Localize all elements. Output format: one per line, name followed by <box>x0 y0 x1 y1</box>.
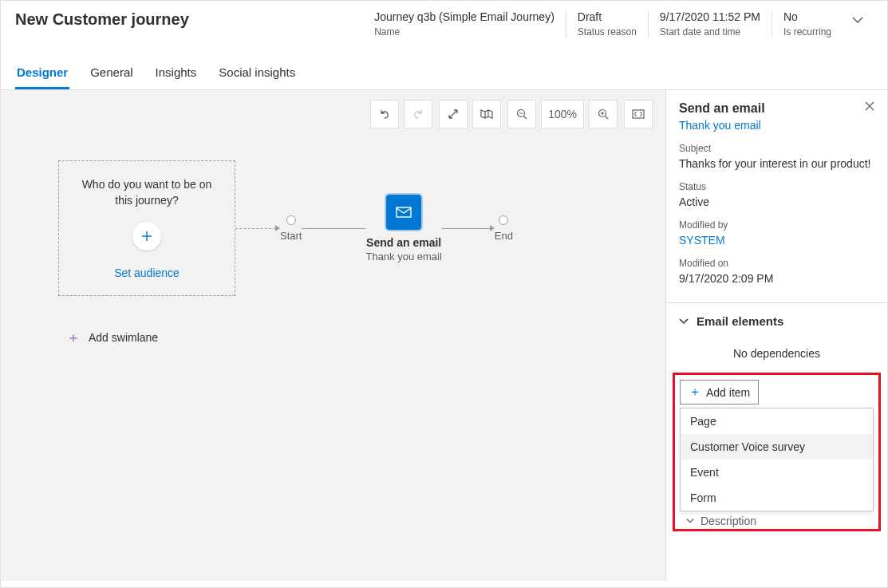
redo-button[interactable] <box>404 100 432 128</box>
meta-value: No <box>783 10 831 23</box>
start-node: Start <box>280 215 302 242</box>
add-item-button[interactable]: ＋ Add item <box>680 380 759 404</box>
end-node: End <box>495 215 513 242</box>
fit-icon <box>632 109 645 119</box>
no-dependencies-text: No dependencies <box>666 339 887 373</box>
meta-value: Journey q3b (Simple Email Journey) <box>374 10 555 23</box>
meta-status[interactable]: Draft Status reason <box>566 10 648 37</box>
meta-label: Is recurring <box>783 26 831 37</box>
close-panel-button[interactable] <box>865 101 874 111</box>
dropdown-item-customer-voice-survey[interactable]: Customer Voice survey <box>681 434 873 460</box>
meta-group: Journey q3b (Simple Email Journey) Name … <box>363 10 843 37</box>
email-node-subtitle: Thank you email <box>365 251 441 262</box>
field-label: Modified by <box>679 219 874 231</box>
svg-rect-2 <box>633 110 644 118</box>
email-icon <box>396 207 412 218</box>
plus-icon: ＋ <box>689 384 701 401</box>
meta-label: Name <box>374 26 555 37</box>
add-swimlane-button[interactable]: ＋ Add swimlane <box>66 328 656 347</box>
add-audience-button[interactable] <box>132 222 161 251</box>
tab-designer[interactable]: Designer <box>15 59 69 89</box>
fit-screen-button[interactable] <box>624 100 653 128</box>
description-section-header[interactable]: Description <box>680 511 874 527</box>
page-header: New Customer journey Journey q3b (Simple… <box>1 1 887 45</box>
panel-title: Send an email <box>679 101 765 116</box>
start-label: Start <box>280 230 302 242</box>
designer-canvas[interactable]: 100% Who do you want to be on this journ… <box>1 90 665 581</box>
plus-icon: ＋ <box>66 328 81 347</box>
journey-flow: Who do you want to be on this journey? S… <box>10 160 656 296</box>
meta-value: 9/17/2020 11:52 PM <box>660 10 760 23</box>
email-elements-section-header[interactable]: Email elements <box>666 303 887 339</box>
svg-rect-3 <box>397 207 411 217</box>
add-item-label: Add item <box>706 386 750 399</box>
redo-icon <box>412 108 424 120</box>
end-label: End <box>495 230 513 242</box>
add-swimlane-label: Add swimlane <box>89 331 158 344</box>
tab-social-insights[interactable]: Social insights <box>217 59 297 89</box>
zoom-in-icon <box>598 109 609 120</box>
meta-recurring[interactable]: No Is recurring <box>772 10 843 37</box>
map-icon <box>480 109 493 120</box>
zoom-level[interactable]: 100% <box>541 100 584 128</box>
expand-icon <box>448 109 459 120</box>
email-tile[interactable] <box>386 195 421 230</box>
connector-dashed <box>235 225 280 231</box>
field-subject: Subject Thanks for your interest in our … <box>666 140 887 178</box>
meta-label: Start date and time <box>660 26 760 37</box>
canvas-toolbar: 100% <box>10 100 656 128</box>
connector-solid-2 <box>442 225 495 231</box>
field-label: Status <box>679 181 874 192</box>
email-node[interactable]: Send an email Thank you email <box>365 195 441 262</box>
expand-button[interactable] <box>439 100 468 128</box>
field-modified-by: Modified by SYSTEM <box>666 216 887 255</box>
add-item-dropdown: Page Customer Voice survey Event Form <box>680 408 874 511</box>
zoom-out-icon <box>516 109 527 120</box>
section-title: Email elements <box>697 314 783 328</box>
expand-header-button[interactable] <box>843 10 873 30</box>
zoom-out-button[interactable] <box>507 100 536 128</box>
plus-icon <box>140 230 153 243</box>
end-dot <box>499 215 508 225</box>
field-value: 9/17/2020 2:09 PM <box>679 272 874 285</box>
field-label: Modified on <box>679 258 874 269</box>
connector-solid <box>302 228 365 229</box>
add-item-highlight: ＋ Add item Page Customer Voice survey Ev… <box>673 373 881 531</box>
audience-question: Who do you want to be on this journey? <box>72 177 222 208</box>
start-dot <box>286 215 296 225</box>
meta-start-date[interactable]: 9/17/2020 11:52 PM Start date and time <box>648 10 772 37</box>
audience-placeholder[interactable]: Who do you want to be on this journey? S… <box>58 160 235 296</box>
zoom-in-button[interactable] <box>589 100 618 128</box>
undo-icon <box>378 108 391 120</box>
page-title: New Customer journey <box>15 10 363 29</box>
panel-header: Send an email <box>666 90 887 119</box>
field-status: Status Active <box>666 178 887 216</box>
email-record-link[interactable]: Thank you email <box>666 119 887 140</box>
dropdown-item-form[interactable]: Form <box>681 485 873 511</box>
field-modified-on: Modified on 9/17/2020 2:09 PM <box>666 255 887 293</box>
tab-bar: Designer General Insights Social insight… <box>1 59 887 90</box>
meta-value: Draft <box>578 10 637 23</box>
tab-general[interactable]: General <box>89 59 134 89</box>
main-layout: 100% Who do you want to be on this journ… <box>1 90 887 581</box>
meta-name[interactable]: Journey q3b (Simple Email Journey) Name <box>363 10 566 37</box>
dropdown-item-page[interactable]: Page <box>681 408 873 434</box>
dropdown-item-event[interactable]: Event <box>681 460 873 485</box>
tab-insights[interactable]: Insights <box>154 59 199 89</box>
close-icon <box>865 101 874 111</box>
meta-label: Status reason <box>578 26 637 37</box>
chevron-down-icon <box>679 318 689 325</box>
set-audience-link[interactable]: Set audience <box>114 266 180 279</box>
field-value-link[interactable]: SYSTEM <box>679 234 874 247</box>
chevron-down-icon <box>852 17 863 23</box>
field-label: Subject <box>679 143 874 154</box>
description-label: Description <box>701 515 756 527</box>
field-value: Active <box>679 195 874 208</box>
undo-button[interactable] <box>370 100 399 128</box>
properties-panel: Send an email Thank you email Subject Th… <box>665 90 887 581</box>
minimap-button[interactable] <box>472 100 501 128</box>
field-value: Thanks for your interest in our product! <box>679 157 874 170</box>
chevron-right-icon <box>686 518 694 524</box>
email-node-title: Send an email <box>366 236 441 249</box>
